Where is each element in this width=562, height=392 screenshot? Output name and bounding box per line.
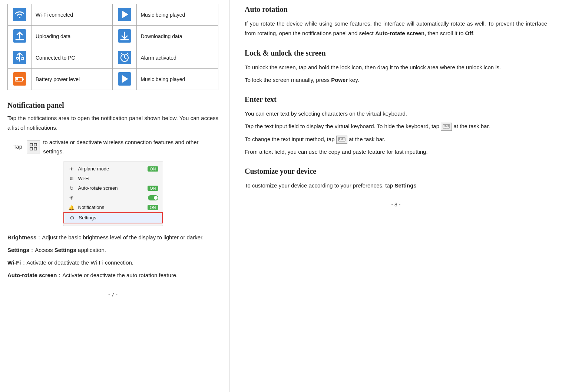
- auto-rotation-title: Auto rotation: [245, 5, 547, 14]
- lock-text1: To unlock the screen, tap and hold the l…: [245, 63, 547, 72]
- settings-row: 🔔NotificationsON: [63, 203, 163, 212]
- label-cell-right: Music being played: [137, 69, 218, 90]
- auto-rotation-section: Auto rotation If you rotate the device w…: [245, 5, 547, 39]
- grid-icon: [29, 142, 38, 151]
- settings-row-icon: ⚙: [69, 215, 76, 221]
- lock-title: Lock & unlock the screen: [245, 49, 547, 57]
- label-cell-right: Alarm activated: [137, 47, 218, 69]
- auto-rotation-text: If you rotate the device while using som…: [245, 19, 547, 39]
- settings-row: ✈Airplane modeON: [63, 164, 163, 174]
- customize-title: Customize your device: [245, 167, 547, 176]
- input-method-icon: [336, 136, 347, 144]
- keyboard-icon: [338, 137, 346, 142]
- svg-rect-30: [443, 124, 450, 128]
- notification-title: Notification panel: [7, 101, 218, 110]
- settings-row-label: Wi-Fi: [78, 176, 158, 181]
- label-cell-right: Downloading data: [137, 26, 218, 47]
- svg-point-1: [19, 17, 20, 18]
- autorotate-text: Auto-rotate screen：Activate or deactivat…: [7, 270, 218, 280]
- wifi-icon: [12, 7, 27, 22]
- icon-cell-left: [8, 26, 32, 47]
- hide-keyboard-icon: [441, 123, 452, 131]
- music-play-icon: [117, 7, 132, 22]
- enter-text2: Tap the text input field to display the …: [245, 122, 547, 131]
- settings-screenshot: ✈Airplane modeON≋Wi-Fi↻Auto-rotate scree…: [63, 162, 163, 226]
- notification-section: Notification panel Tap the notifications…: [7, 101, 218, 280]
- alarm-icon: [117, 50, 132, 65]
- enter-title: Enter text: [245, 95, 547, 104]
- icon-cell-right: [113, 4, 137, 26]
- tap-row: Tap to activate or deactivate wireless c…: [13, 137, 218, 156]
- enter-text3: To change the text input method, tap at …: [245, 134, 547, 144]
- svg-rect-22: [23, 79, 24, 80]
- icon-cell-right: [113, 47, 137, 69]
- svg-rect-23: [16, 78, 18, 80]
- download-icon: [117, 29, 132, 43]
- settings-row-icon: ≋: [68, 176, 75, 182]
- settings-row: ≋Wi-Fi: [63, 174, 163, 183]
- lock-section: Lock & unlock the screen To unlock the s…: [245, 49, 547, 85]
- icon-cell-left: [8, 4, 32, 26]
- brightness-text: Brightness：Adjust the basic brightness l…: [7, 233, 218, 242]
- wifi-text: Wi-Fi：Activate or deactivate the Wi-Fi c…: [7, 258, 218, 268]
- on-badge: ON: [148, 205, 158, 210]
- battery-icon: [12, 72, 27, 86]
- settings-text: Settings：Settings：Access Settings applic…: [7, 245, 218, 255]
- settings-row-icon: ☀: [68, 195, 75, 201]
- enter-text1: You can enter text by selecting characte…: [245, 109, 547, 119]
- settings-row-label: Settings: [79, 215, 158, 220]
- settings-row: ↻Auto-rotate screenON: [63, 183, 163, 193]
- label-cell-left: Battery power level: [32, 69, 113, 90]
- lock-text2: To lock the screen manually, press Power…: [245, 75, 547, 85]
- settings-row: ☀: [63, 193, 163, 203]
- settings-row-label: Airplane mode: [78, 166, 145, 172]
- tap-label: Tap: [13, 142, 22, 152]
- icon-cell-left: [8, 69, 32, 90]
- on-badge: ON: [148, 166, 158, 172]
- left-panel: Wi-Fi connected Music being played Uploa…: [0, 0, 230, 392]
- on-badge: ON: [148, 186, 158, 191]
- settings-row-icon: ✈: [68, 166, 75, 172]
- upload-icon: [12, 29, 27, 43]
- usb-icon: [12, 50, 27, 65]
- right-page-num: - 8 -: [245, 202, 547, 207]
- enter-text-section: Enter text You can enter text by selecti…: [245, 95, 547, 157]
- icon-cell-left: [8, 47, 32, 69]
- settings-row-icon: ↻: [68, 185, 75, 191]
- right-panel: Auto rotation If you rotate the device w…: [230, 0, 562, 392]
- customize-text: To customize your device according to yo…: [245, 181, 547, 190]
- svg-rect-28: [30, 147, 33, 150]
- notification-text1: Tap the notifications area to open the n…: [7, 113, 218, 133]
- customize-section: Customize your device To customize your …: [245, 167, 547, 190]
- music-play-icon: [117, 72, 132, 86]
- label-cell-right: Music being played: [137, 4, 218, 26]
- settings-row-label: Notifications: [78, 205, 145, 210]
- left-page-num: - 7 -: [7, 292, 218, 298]
- svg-rect-29: [34, 147, 37, 150]
- icon-table: Wi-Fi connected Music being played Uploa…: [7, 4, 218, 90]
- settings-row-icon: 🔔: [68, 205, 75, 210]
- enter-text4: From a text field, you can use the copy …: [245, 147, 547, 157]
- svg-rect-26: [30, 143, 33, 146]
- wireless-icon: [27, 140, 40, 153]
- icon-cell-right: [113, 26, 137, 47]
- settings-row: ⚙Settings: [63, 212, 163, 223]
- toggle-control[interactable]: [148, 195, 158, 200]
- svg-rect-38: [338, 137, 345, 141]
- tap-text: to activate or deactivate wireless conne…: [43, 137, 218, 156]
- svg-rect-27: [34, 143, 37, 146]
- icon-cell-right: [113, 69, 137, 90]
- label-cell-left: Uploading data: [32, 26, 113, 47]
- settings-row-label: Auto-rotate screen: [78, 185, 145, 191]
- label-cell-left: Connected to PC: [32, 47, 113, 69]
- label-cell-left: Wi-Fi connected: [32, 4, 113, 26]
- keyboard-down-icon: [443, 124, 450, 129]
